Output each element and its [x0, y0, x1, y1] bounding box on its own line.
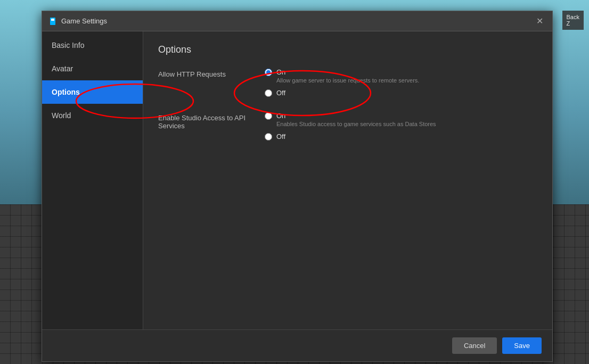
radio-option-http-off: Off: [265, 89, 537, 97]
content-area: Options Allow HTTP Requests On Al: [143, 31, 552, 329]
game-settings-dialog: Game Settings ✕ Basic Info Avatar Option…: [42, 11, 553, 362]
radio-option-api-off: Off: [265, 133, 537, 140]
cancel-button[interactable]: Cancel: [452, 337, 497, 354]
close-button[interactable]: ✕: [533, 15, 546, 28]
option-label-allow-http: Allow HTTP Requests: [158, 68, 265, 97]
radio-api-on-desc: Enables Studio access to game services s…: [276, 121, 537, 127]
option-controls-allow-http: On Allow game server to issue requests t…: [265, 68, 537, 97]
roblox-icon: [48, 17, 57, 26]
sidebar-item-world[interactable]: World: [42, 104, 143, 127]
option-controls-studio-api: On Enables Studio access to game service…: [265, 112, 537, 140]
radio-http-off-label: Off: [276, 89, 285, 97]
save-button[interactable]: Save: [502, 337, 542, 354]
dialog-title: Game Settings: [61, 17, 107, 25]
radio-http-on[interactable]: [265, 69, 272, 76]
sidebar-item-basic-info[interactable]: Basic Info: [42, 34, 143, 57]
radio-http-on-label: On: [276, 68, 285, 76]
sidebar-item-avatar[interactable]: Avatar: [42, 57, 143, 80]
svg-rect-1: [51, 19, 54, 21]
section-title: Options: [158, 44, 537, 55]
back-label: Back: [567, 14, 579, 20]
radio-api-on[interactable]: [265, 112, 272, 120]
option-row-studio-api: Enable Studio Access to API Services On …: [158, 112, 537, 140]
dialog-body: Basic Info Avatar Options World Options: [42, 31, 552, 329]
radio-http-on-desc: Allow game server to issue requests to r…: [276, 77, 537, 84]
z-label: Z: [567, 20, 579, 27]
dialog-wrapper: Game Settings ✕ Basic Info Avatar Option…: [42, 11, 553, 362]
title-bar-left: Game Settings: [48, 17, 107, 26]
title-bar: Game Settings ✕: [42, 11, 552, 31]
radio-option-api-on: On Enables Studio access to game service…: [265, 112, 537, 127]
radio-http-off[interactable]: [265, 89, 272, 97]
dialog-footer: Cancel Save: [42, 329, 552, 361]
option-row-allow-http: Allow HTTP Requests On Allow game server…: [158, 68, 537, 97]
radio-api-off-label: Off: [276, 133, 285, 140]
option-label-studio-api: Enable Studio Access to API Services: [158, 112, 265, 140]
radio-option-http-on: On Allow game server to issue requests t…: [265, 68, 537, 84]
radio-api-on-label: On: [276, 112, 285, 120]
sidebar-item-options[interactable]: Options: [42, 80, 143, 104]
radio-api-off[interactable]: [265, 133, 272, 140]
side-panel: Back Z: [562, 11, 584, 30]
sidebar: Basic Info Avatar Options World: [42, 31, 143, 329]
